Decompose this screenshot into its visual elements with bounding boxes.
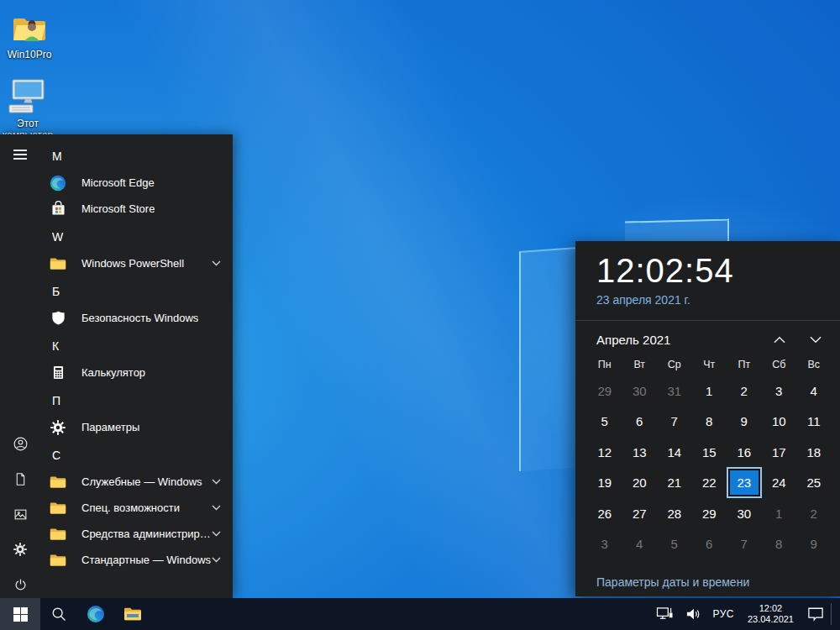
start-app-label: Спец. возможности: [81, 501, 180, 514]
start-app-item[interactable]: Средства администрирования W…: [40, 521, 233, 547]
documents-icon[interactable]: [5, 464, 35, 494]
calendar-day[interactable]: 4: [622, 529, 658, 560]
calendar-day[interactable]: 16: [727, 437, 762, 468]
calendar-day[interactable]: 12: [587, 437, 622, 468]
start-app-item[interactable]: Microsoft Store: [40, 196, 233, 222]
calendar-day[interactable]: 8: [762, 529, 797, 560]
calendar-day[interactable]: 19: [587, 468, 622, 499]
calendar-day-selected[interactable]: 23: [727, 468, 762, 499]
edge-icon: [48, 173, 68, 193]
search-button[interactable]: [40, 598, 77, 630]
calendar-day[interactable]: 3: [587, 529, 622, 560]
store-icon: [48, 199, 68, 219]
desktop-icon-win10pro[interactable]: Win10Pro: [2, 8, 57, 60]
start-app-item[interactable]: Безопасность Windows: [40, 305, 233, 331]
chevron-down-icon[interactable]: [212, 479, 221, 485]
calendar-day[interactable]: 2: [796, 498, 832, 529]
calendar-day[interactable]: 15: [692, 437, 727, 468]
calendar-day[interactable]: 27: [622, 498, 658, 529]
calendar-day[interactable]: 30: [727, 498, 762, 529]
start-section-letter[interactable]: П: [40, 387, 233, 414]
start-app-item[interactable]: Windows PowerShell: [40, 250, 233, 276]
shield-icon: [48, 308, 68, 328]
date-time-settings-link[interactable]: Параметры даты и времени: [596, 575, 749, 589]
start-app-item[interactable]: Калькулятор: [40, 360, 233, 386]
calendar-day[interactable]: 13: [622, 437, 658, 468]
clock-date-link[interactable]: 23 апреля 2021 г.: [596, 293, 690, 307]
start-app-item[interactable]: Спец. возможности: [40, 495, 233, 521]
calendar-day[interactable]: 9: [796, 529, 832, 560]
start-section-letter[interactable]: W: [40, 223, 233, 250]
calendar-day[interactable]: 3: [762, 375, 797, 407]
calendar-day[interactable]: 1: [692, 375, 727, 407]
file-explorer-button[interactable]: [114, 598, 151, 630]
edge-taskbar-button[interactable]: [77, 598, 114, 630]
start-app-item[interactable]: Стандартные — Windows: [40, 547, 233, 573]
calendar-day[interactable]: 14: [657, 437, 692, 468]
pictures-icon[interactable]: [5, 499, 35, 529]
calendar-day[interactable]: 11: [796, 407, 832, 438]
calendar-day[interactable]: 4: [796, 375, 832, 407]
calendar-day[interactable]: 17: [762, 437, 797, 468]
start-section-letter[interactable]: Б: [40, 278, 233, 305]
power-icon[interactable]: [5, 570, 35, 600]
calendar-day[interactable]: 22: [692, 468, 727, 499]
folder-icon: [48, 472, 68, 492]
calendar-day[interactable]: 20: [622, 468, 658, 499]
calendar-day[interactable]: 30: [622, 375, 658, 407]
calendar-day[interactable]: 26: [587, 498, 622, 529]
calendar-day[interactable]: 6: [692, 529, 727, 560]
calendar-day[interactable]: 25: [796, 468, 832, 499]
start-section-letter[interactable]: M: [40, 143, 233, 170]
calendar-day[interactable]: 6: [622, 407, 658, 438]
chevron-down-icon[interactable]: [212, 505, 221, 511]
tray-time: 12:02: [748, 603, 794, 614]
calendar-weekday: Пн: [587, 354, 622, 375]
chevron-down-icon[interactable]: [212, 531, 221, 537]
start-app-item[interactable]: Параметры: [40, 414, 233, 440]
show-desktop-button[interactable]: [832, 598, 840, 630]
chevron-down-icon[interactable]: [212, 557, 221, 563]
folder-icon: [48, 254, 68, 274]
settings-icon[interactable]: [5, 534, 35, 564]
desktop-icon-this-pc[interactable]: Этот компьютер: [0, 77, 55, 141]
user-icon[interactable]: [5, 428, 35, 459]
chevron-up-icon[interactable]: [774, 336, 785, 344]
start-app-label: Служебные — Windows: [81, 475, 202, 488]
start-section-letter[interactable]: К: [40, 333, 233, 360]
calendar-day[interactable]: 7: [657, 407, 692, 438]
start-button[interactable]: [0, 598, 40, 630]
chevron-down-icon[interactable]: [212, 260, 221, 266]
calendar-day[interactable]: 24: [762, 468, 797, 499]
calendar-weekday: Вт: [622, 354, 658, 375]
calendar-day[interactable]: 31: [657, 375, 692, 407]
calendar-day[interactable]: 5: [587, 407, 622, 438]
calendar-day[interactable]: 21: [657, 468, 692, 499]
start-section-letter[interactable]: С: [40, 442, 233, 469]
calendar-day[interactable]: 5: [657, 529, 692, 560]
calendar-day[interactable]: 28: [657, 498, 692, 529]
calendar-day[interactable]: 9: [727, 407, 762, 438]
network-icon[interactable]: [650, 598, 680, 630]
calendar-weekday: Сб: [762, 354, 797, 375]
tray-clock[interactable]: 12:02 23.04.2021: [740, 598, 801, 630]
start-app-item[interactable]: Microsoft Edge: [40, 170, 233, 196]
system-tray: РУС 12:02 23.04.2021: [650, 598, 840, 630]
calendar-day[interactable]: 2: [727, 375, 762, 407]
calendar-day[interactable]: 10: [762, 407, 797, 438]
calculator-icon: [48, 363, 68, 383]
calendar-day[interactable]: 29: [692, 498, 727, 529]
chevron-down-icon[interactable]: [810, 336, 822, 344]
language-indicator[interactable]: РУС: [706, 598, 740, 630]
calendar-day[interactable]: 8: [692, 407, 727, 438]
calendar-day[interactable]: 29: [587, 375, 622, 407]
start-app-label: Microsoft Store: [81, 202, 155, 215]
start-app-item[interactable]: Служебные — Windows: [40, 469, 233, 495]
hamburger-icon[interactable]: [5, 139, 35, 170]
calendar-day[interactable]: 18: [796, 437, 832, 468]
calendar-day[interactable]: 1: [762, 498, 797, 529]
speaker-icon[interactable]: [680, 598, 706, 630]
action-center-icon[interactable]: [801, 598, 830, 630]
this-pc-icon: [0, 77, 55, 116]
calendar-day[interactable]: 7: [727, 529, 762, 560]
